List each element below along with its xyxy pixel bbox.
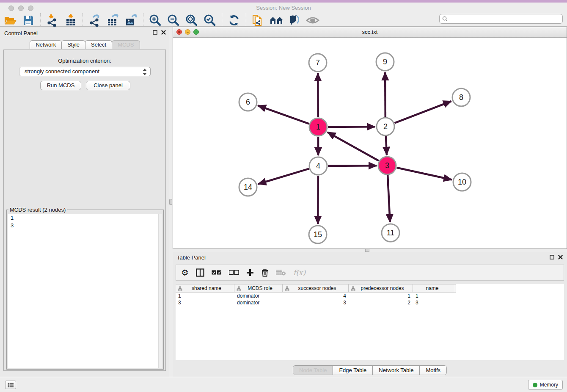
export-table-button[interactable] (105, 13, 121, 28)
table-delete-icon (276, 269, 286, 276)
table-cell[interactable]: 1 (176, 293, 234, 299)
column-header-name[interactable]: name (413, 284, 455, 292)
column-header-predecessor-nodes[interactable]: predecessor nodes (349, 284, 413, 292)
export-image-button[interactable] (124, 13, 139, 28)
column-header-shared-name[interactable]: shared name (176, 284, 234, 292)
table-cell[interactable]: dominator (234, 293, 283, 299)
table-cell[interactable]: 4 (283, 293, 349, 299)
tab-network-table[interactable]: Network Table (373, 366, 420, 375)
close-panel-icon[interactable] (558, 255, 563, 259)
search-icon (442, 16, 448, 22)
tab-select[interactable]: Select (85, 40, 112, 49)
graph-edge-2-3[interactable] (386, 136, 387, 155)
graph-edge-2-8[interactable] (395, 101, 451, 123)
split-view-button[interactable] (196, 266, 204, 279)
graph-node-7[interactable]: 7 (309, 54, 327, 72)
criterion-select[interactable]: strongly connected component (19, 67, 151, 76)
graph-edge-1-2[interactable] (328, 127, 375, 127)
graph-edge-1-6[interactable] (258, 105, 309, 124)
table-row[interactable]: 1dominator411 (176, 293, 564, 299)
mcds-result-list[interactable]: 1 3 (8, 214, 162, 368)
graph-node-10[interactable]: 10 (453, 173, 471, 191)
graph-edge-3-11[interactable] (388, 175, 390, 222)
column-header-successor-nodes[interactable]: successor nodes (283, 284, 349, 292)
graph-node-3[interactable]: 3 (378, 157, 396, 174)
refresh-button[interactable] (226, 13, 242, 28)
close-panel-button[interactable]: Close panel (86, 81, 130, 90)
graph-node-8[interactable]: 8 (452, 88, 470, 106)
tab-edge-table[interactable]: Edge Table (333, 366, 373, 375)
network-window-titlebar[interactable]: ✕ − + scc.txt (173, 27, 567, 38)
graph-edge-4-14[interactable] (258, 169, 309, 184)
zoom-out-button[interactable] (166, 13, 181, 28)
table-row[interactable]: 3dominator323 (176, 299, 564, 306)
show-details-button[interactable] (305, 13, 320, 28)
graph-node-14[interactable]: 14 (239, 178, 257, 196)
export-network-button[interactable] (87, 13, 102, 28)
column-header-mcds-role[interactable]: MCDS role (234, 284, 283, 292)
unselect-all-columns-button[interactable] (229, 266, 239, 279)
network-canvas[interactable]: 7 9 6 8 1 2 4 3 14 (173, 38, 566, 248)
zoom-fit-button[interactable] (184, 13, 199, 28)
graph-edge-1-7[interactable] (318, 73, 318, 117)
delete-column-button[interactable] (261, 266, 269, 279)
vertical-splitter[interactable] (169, 27, 173, 377)
result-scrollbar[interactable] (158, 214, 162, 368)
table-cell[interactable]: 2 (349, 299, 413, 306)
zoom-selected-button[interactable] (202, 13, 217, 28)
table-header-row: shared name MCDS role successor nodes pr… (176, 284, 456, 293)
float-panel-icon[interactable] (550, 255, 554, 259)
mcds-result-item[interactable]: 1 (8, 214, 162, 222)
horizontal-splitter-thumb[interactable] (365, 249, 369, 252)
zoom-in-button[interactable] (148, 13, 163, 28)
graph-node-2[interactable]: 2 (377, 118, 394, 135)
flag-swoosh-button[interactable] (287, 13, 302, 28)
graph-edge-3-10[interactable] (397, 168, 452, 180)
tab-motifs[interactable]: Motifs (420, 366, 446, 375)
tab-node-table[interactable]: Node Table (293, 366, 333, 375)
memory-status-icon (533, 383, 537, 387)
graph-node-15[interactable]: 15 (309, 226, 327, 243)
graph-edge-4-3[interactable] (328, 166, 377, 166)
select-all-columns-button[interactable] (212, 266, 222, 279)
delete-table-button-disabled (276, 266, 286, 279)
svg-text:11: 11 (387, 229, 395, 237)
homes-button[interactable] (269, 13, 284, 28)
table-cell[interactable]: dominator (234, 299, 283, 306)
tab-style[interactable]: Style (61, 40, 85, 49)
table-cell[interactable]: 3 (176, 299, 234, 306)
graph-node-11[interactable]: 11 (382, 224, 399, 242)
splitter-thumb[interactable] (169, 199, 172, 205)
graph-node-9[interactable]: 9 (376, 53, 394, 71)
run-mcds-button[interactable]: Run MCDS (40, 81, 81, 90)
search-input[interactable] (449, 16, 560, 22)
add-column-button[interactable] (246, 266, 254, 279)
show-panel-list-button[interactable] (5, 381, 16, 389)
open-session-button[interactable] (3, 13, 18, 28)
network-from-file-button[interactable] (250, 13, 266, 28)
table-cell[interactable]: 3 (283, 299, 349, 306)
save-session-button[interactable] (21, 13, 36, 28)
import-network-button[interactable] (45, 13, 60, 28)
graph-edge-3-1[interactable] (328, 132, 379, 161)
graph-node-6[interactable]: 6 (239, 93, 257, 111)
table-cell[interactable]: 3 (413, 299, 455, 306)
tab-mcds[interactable]: MCDS (112, 40, 140, 49)
graph-node-4[interactable]: 4 (309, 157, 327, 175)
close-panel-icon[interactable] (161, 30, 166, 35)
table-settings-button[interactable]: ⚙ (181, 266, 189, 279)
table-cell[interactable]: 1 (413, 293, 455, 299)
tree-icon (237, 286, 241, 291)
mcds-result-legend: MCDS result (2 nodes) (8, 207, 67, 213)
graph-node-1[interactable]: 1 (309, 118, 327, 136)
search-box[interactable] (439, 14, 563, 24)
zoom-selected-icon (203, 14, 217, 27)
table-cell[interactable]: 1 (349, 293, 413, 299)
graph-edge-4-15[interactable] (318, 176, 318, 224)
tab-network[interactable]: Network (30, 40, 62, 49)
graph-edge-2-9[interactable] (385, 72, 385, 117)
import-table-button[interactable] (63, 13, 78, 28)
float-panel-icon[interactable] (153, 30, 157, 35)
memory-button[interactable]: Memory (528, 380, 563, 390)
mcds-result-item[interactable]: 3 (8, 222, 162, 229)
